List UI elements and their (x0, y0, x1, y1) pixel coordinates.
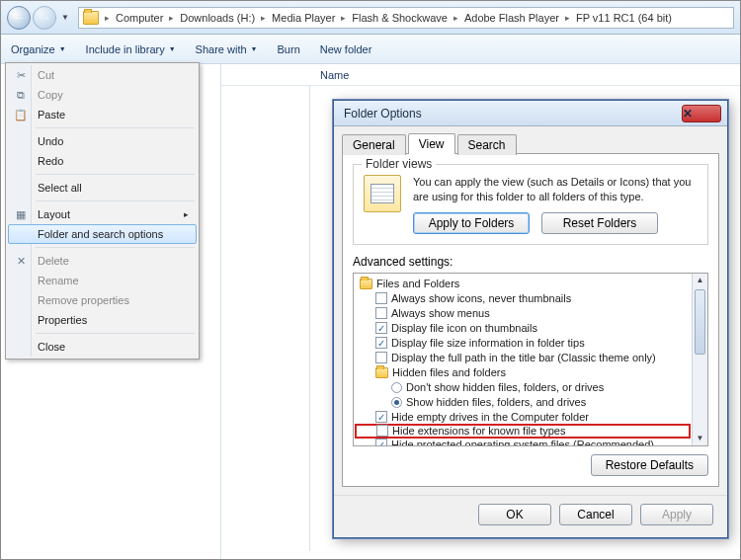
back-button[interactable]: ← (7, 6, 31, 30)
menu-delete[interactable]: ✕Delete (8, 251, 197, 271)
chevron-down-icon: ▼ (251, 45, 258, 52)
checkbox-icon[interactable] (375, 292, 387, 304)
crumb[interactable]: Flash & Shockwave (348, 12, 452, 24)
scroll-thumb[interactable] (695, 289, 705, 355)
menu-undo[interactable]: Undo (8, 131, 197, 151)
checkbox-icon[interactable]: ✓ (375, 337, 387, 349)
chevron-down-icon: ▼ (169, 45, 176, 52)
tree-check-hideext[interactable]: Hide extensions for known file types (355, 424, 691, 439)
menu-remove-properties[interactable]: Remove properties (8, 290, 197, 310)
chevron-right-icon[interactable]: ▸ (452, 13, 460, 23)
menu-redo[interactable]: Redo (8, 151, 197, 171)
dialog-title: Folder Options (344, 107, 682, 120)
folder-icon (360, 279, 372, 289)
menu-select-all[interactable]: Select all (8, 178, 197, 198)
cut-icon: ✂ (14, 68, 28, 82)
folder-icon (83, 11, 99, 25)
organize-button[interactable]: Organize▼ (11, 43, 66, 55)
ok-button[interactable]: OK (478, 504, 551, 525)
menu-cut[interactable]: ✂Cut (8, 65, 197, 85)
scroll-down-icon[interactable]: ▼ (693, 432, 707, 445)
tree-check-thumbicon[interactable]: ✓Display file icon on thumbnails (356, 321, 690, 336)
crumb[interactable]: FP v11 RC1 (64 bit) (572, 12, 676, 24)
crumb[interactable]: Downloads (H:) (176, 12, 259, 24)
folder-icon (375, 367, 388, 378)
nav-history-dropdown[interactable]: ▼ (58, 6, 72, 30)
folder-views-text: You can apply the view (such as Details … (413, 175, 698, 204)
new-folder-button[interactable]: New folder (320, 43, 372, 55)
tree-check-emptydrives[interactable]: ✓Hide empty drives in the Computer folde… (356, 410, 690, 425)
cancel-button[interactable]: Cancel (559, 504, 632, 525)
scrollbar[interactable]: ▲ ▼ (692, 274, 707, 445)
chevron-right-icon[interactable]: ▸ (563, 13, 572, 23)
menu-properties[interactable]: Properties (8, 310, 197, 330)
share-with-button[interactable]: Share with▼ (196, 43, 258, 55)
organize-menu: ✂Cut ⧉Copy 📋Paste Undo Redo Select all ▦… (5, 62, 200, 360)
chevron-right-icon[interactable]: ▸ (167, 13, 176, 23)
address-bar: ← → ▼ ▸ Computer ▸ Downloads (H:) ▸ Medi… (1, 1, 740, 35)
apply-to-folders-button[interactable]: Apply to Folders (413, 212, 530, 234)
checkbox-icon[interactable]: ✓ (375, 322, 387, 334)
chevron-down-icon: ▼ (59, 45, 66, 52)
column-header-name[interactable]: Name (221, 64, 740, 86)
checkbox-icon[interactable]: ✓ (375, 439, 387, 445)
delete-icon: ✕ (14, 254, 28, 268)
copy-icon: ⧉ (14, 88, 28, 102)
apply-button[interactable]: Apply (640, 504, 713, 525)
paste-icon: 📋 (14, 108, 28, 121)
tree-check-icons[interactable]: Always show icons, never thumbnails (356, 291, 690, 306)
advanced-settings-tree: Files and Folders Always show icons, nev… (353, 273, 708, 446)
group-label: Folder views (362, 157, 436, 171)
explorer-toolbar: Organize▼ Include in library▼ Share with… (1, 35, 740, 64)
menu-folder-search-options[interactable]: Folder and search options (8, 224, 197, 244)
restore-defaults-button[interactable]: Restore Defaults (591, 454, 708, 476)
tree-check-menus[interactable]: Always show menus (356, 306, 690, 321)
tab-view[interactable]: View (408, 133, 455, 154)
folder-options-dialog: Folder Options ✕ General View Search Fol… (333, 100, 728, 538)
folder-views-icon (364, 175, 401, 212)
reset-folders-button[interactable]: Reset Folders (541, 212, 658, 234)
tree-group: Files and Folders (356, 277, 690, 291)
crumb[interactable]: Adobe Flash Player (460, 12, 563, 24)
tree-check-hideos[interactable]: ✓Hide protected operating system files (… (356, 438, 690, 445)
checkbox-icon[interactable] (375, 352, 387, 363)
include-library-button[interactable]: Include in library▼ (86, 43, 176, 55)
chevron-right-icon[interactable]: ▸ (339, 13, 348, 23)
submenu-arrow-icon: ▸ (184, 209, 189, 219)
crumb[interactable]: Computer (112, 12, 167, 24)
radio-icon[interactable] (391, 382, 402, 393)
crumb[interactable]: Media Player (268, 12, 339, 24)
chevron-right-icon[interactable]: ▸ (259, 13, 268, 23)
forward-button[interactable]: → (33, 6, 56, 30)
checkbox-icon[interactable] (375, 307, 387, 319)
tab-search[interactable]: Search (457, 134, 517, 155)
tab-general[interactable]: General (342, 134, 406, 155)
close-button[interactable]: ✕ (682, 105, 721, 122)
tree-group-hidden: Hidden files and folders (356, 365, 690, 380)
tree-check-sizetips[interactable]: ✓Display file size information in folder… (356, 336, 690, 351)
checkbox-icon[interactable]: ✓ (375, 411, 387, 423)
menu-layout[interactable]: ▦Layout▸ (8, 204, 197, 224)
tree-radio-show[interactable]: Show hidden files, folders, and drives (356, 395, 690, 410)
dialog-tabs: General View Search (334, 126, 727, 153)
chevron-right-icon[interactable]: ▸ (103, 13, 112, 23)
menu-close[interactable]: Close (8, 337, 197, 357)
advanced-settings-label: Advanced settings: (353, 255, 708, 269)
menu-paste[interactable]: 📋Paste (8, 105, 197, 124)
dialog-titlebar[interactable]: Folder Options ✕ (334, 101, 727, 126)
scroll-up-icon[interactable]: ▲ (693, 274, 707, 287)
breadcrumb[interactable]: ▸ Computer ▸ Downloads (H:) ▸ Media Play… (78, 7, 734, 29)
folder-views-group: Folder views You can apply the view (suc… (353, 164, 708, 245)
tree-radio-dontshow[interactable]: Don't show hidden files, folders, or dri… (356, 380, 690, 395)
radio-icon[interactable] (391, 397, 402, 408)
menu-rename[interactable]: Rename (8, 271, 197, 290)
checkbox-icon[interactable] (376, 425, 388, 437)
tree-check-fullpath[interactable]: Display the full path in the title bar (… (356, 351, 690, 365)
layout-icon: ▦ (14, 207, 28, 221)
burn-button[interactable]: Burn (278, 43, 300, 55)
menu-copy[interactable]: ⧉Copy (8, 85, 197, 105)
close-icon: ✕ (683, 107, 720, 120)
